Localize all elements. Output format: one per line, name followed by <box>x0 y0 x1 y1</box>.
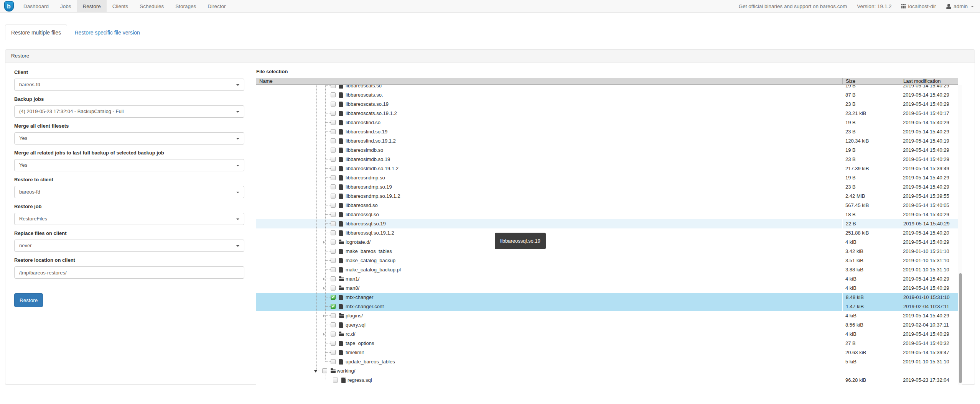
row-label[interactable]: libbareosfind.so.19.1.2 <box>346 136 396 146</box>
row-checkbox[interactable] <box>331 313 336 318</box>
row-checkbox[interactable] <box>331 322 336 327</box>
row-label[interactable]: man1/ <box>346 274 359 284</box>
tree-row[interactable]: libbareossd.so567.45 kiB2019-05-14 15:40… <box>256 201 958 210</box>
tree-row[interactable]: rc.d/4 kiB2019-05-14 15:40:29 <box>256 330 958 339</box>
tree-row[interactable]: update_bareos_tables5 kiB2019-01-10 15:3… <box>256 357 958 366</box>
row-checkbox[interactable] <box>331 221 336 226</box>
support-link[interactable]: Get official binaries and support on bar… <box>739 3 847 9</box>
row-checkbox[interactable] <box>331 129 336 134</box>
scrollbar-thumb[interactable] <box>959 273 962 383</box>
row-checkbox[interactable] <box>331 111 336 116</box>
row-label[interactable]: logrotate.d/ <box>346 238 371 247</box>
row-label[interactable]: make_catalog_backup.pl <box>346 265 401 274</box>
row-label[interactable]: libbareossd.so <box>346 201 378 210</box>
row-label[interactable]: make_bareos_tables <box>346 247 392 256</box>
restore-location-input[interactable] <box>14 266 244 279</box>
merge-jobs-select[interactable]: Yes <box>14 159 244 171</box>
row-label[interactable]: libbareoscats.so.19.1.2 <box>346 109 397 118</box>
row-checkbox[interactable] <box>331 286 336 291</box>
row-checkbox[interactable] <box>331 332 336 337</box>
expand-closed-icon[interactable] <box>323 241 325 244</box>
restore-job-select[interactable]: RestoreFiles <box>14 213 244 225</box>
row-label[interactable]: mtx-changer.conf <box>346 302 384 311</box>
nav-item-clients[interactable]: Clients <box>107 0 134 13</box>
row-label[interactable]: man8/ <box>346 284 359 293</box>
row-checkbox[interactable] <box>331 258 336 263</box>
tree-row[interactable]: ✔mtx-changer8.48 kiB2019-01-10 15:31:10 <box>256 293 958 302</box>
row-checkbox[interactable] <box>331 203 336 208</box>
column-header-size[interactable]: Size <box>842 78 900 84</box>
director-selector[interactable]: localhost-dir <box>901 3 936 9</box>
bareos-logo[interactable]: b <box>0 0 18 13</box>
tree-row[interactable]: libbareoscats.so.19.1.223.21 kiB2019-05-… <box>256 109 958 118</box>
row-label[interactable]: working/ <box>337 366 355 376</box>
row-label[interactable]: libbareossql.so.19.1.2 <box>346 228 394 238</box>
row-label[interactable]: rc.d/ <box>346 330 355 339</box>
row-checkbox[interactable] <box>331 350 336 355</box>
row-checkbox[interactable] <box>331 267 336 272</box>
nav-item-storages[interactable]: Storages <box>170 0 202 13</box>
row-label[interactable]: libbareoscats.so.19 <box>346 100 389 109</box>
row-label[interactable]: libbareoslmdb.so.19 <box>346 155 390 164</box>
row-checkbox[interactable] <box>331 184 336 189</box>
restore-button[interactable]: Restore <box>14 293 43 307</box>
tree-row[interactable]: libbareosndmp.so.19.1.22.42 MiB2019-05-1… <box>256 192 958 201</box>
tab-restore-multiple-files[interactable]: Restore multiple files <box>5 25 67 40</box>
tree-row[interactable]: man8/4 kiB2019-05-14 15:40:29 <box>256 284 958 293</box>
tree-row[interactable]: plugins/4 kiB2019-05-14 15:40:29 <box>256 311 958 320</box>
tree-row[interactable]: libbareosfind.so.1923 B2019-05-14 15:40:… <box>256 127 958 136</box>
row-label[interactable]: timelimit <box>346 348 364 357</box>
row-checkbox[interactable] <box>331 194 336 199</box>
scrollbar-track[interactable] <box>958 85 962 385</box>
row-label[interactable]: libbareosfind.so.19 <box>346 127 387 136</box>
column-header-last-modification[interactable]: Last modification <box>900 78 958 84</box>
row-checkbox[interactable] <box>333 378 338 383</box>
row-label[interactable]: libbareossql.so.19 <box>346 219 386 228</box>
row-label[interactable]: update_bareos_tables <box>346 357 395 366</box>
row-checkbox[interactable] <box>331 102 336 107</box>
tree-row[interactable]: libbareosfind.so19 B2019-05-14 15:40:29 <box>256 118 958 127</box>
expand-closed-icon[interactable] <box>323 314 325 317</box>
row-label[interactable]: libbareoscats.so <box>346 85 382 90</box>
row-checkbox[interactable] <box>331 138 336 143</box>
tree-row[interactable]: timelimit20.63 kiB2019-05-14 15:39:47 <box>256 348 958 357</box>
row-checkbox[interactable] <box>331 120 336 125</box>
row-checkbox[interactable] <box>331 166 336 171</box>
tree-row[interactable]: libbareossql.so18 B2019-05-14 15:40:29 <box>256 210 958 219</box>
row-checkbox[interactable] <box>331 212 336 217</box>
row-label[interactable]: libbareoscats.so. <box>346 90 383 100</box>
row-checkbox[interactable] <box>331 157 336 162</box>
merge-filesets-select[interactable]: Yes <box>14 132 244 145</box>
tree-row[interactable]: libbareoslmdb.so.1923 B2019-05-14 15:40:… <box>256 155 958 164</box>
tree-row[interactable]: libbareossql.so.1922 B2019-05-14 15:40:2… <box>256 219 958 228</box>
row-label[interactable]: query.sql <box>346 320 366 330</box>
row-checkbox[interactable]: ✔ <box>331 295 336 300</box>
tree-row[interactable]: logrotate.d/4 kiB2019-05-14 15:40:29 <box>256 238 958 247</box>
row-checkbox[interactable] <box>331 175 336 180</box>
row-label[interactable]: regress.sql <box>348 376 372 385</box>
row-label[interactable]: libbareoslmdb.so.19.1.2 <box>346 164 399 173</box>
tree-row[interactable]: ✔mtx-changer.conf1.47 kiB2019-02-04 10:3… <box>256 302 958 311</box>
column-header-name[interactable]: Name <box>256 78 842 84</box>
expand-closed-icon[interactable] <box>323 287 325 290</box>
row-checkbox[interactable] <box>331 341 336 346</box>
tree-row[interactable]: libbareossql.so.19.1.2251.88 kiB2019-05-… <box>256 228 958 238</box>
tree-row[interactable]: make_catalog_backup.pl3.88 kiB2019-01-10… <box>256 265 958 274</box>
tree-row[interactable]: libbareoscats.so.1923 B2019-05-14 15:40:… <box>256 100 958 109</box>
tree-row[interactable]: query.sql8.56 kiB2019-02-04 10:37:11 <box>256 320 958 330</box>
row-label[interactable]: libbareosndmp.so.19.1.2 <box>346 192 400 201</box>
row-checkbox[interactable]: ✔ <box>331 304 336 309</box>
row-label[interactable]: libbareosndmp.so <box>346 173 385 182</box>
tree-row[interactable]: tape_options27 B2019-05-14 15:40:32 <box>256 339 958 348</box>
tree-row[interactable]: make_bareos_tables3.42 kiB2019-01-10 15:… <box>256 247 958 256</box>
nav-item-dashboard[interactable]: Dashboard <box>18 0 54 13</box>
row-checkbox[interactable] <box>331 240 336 245</box>
tree-row[interactable]: libbareosndmp.so.1923 B2019-05-14 15:40:… <box>256 182 958 192</box>
tree-row[interactable]: libbareoscats.so.87 B2019-05-14 15:40:29 <box>256 90 958 100</box>
expand-closed-icon[interactable] <box>323 333 325 336</box>
tree-row[interactable]: working/ <box>256 366 958 376</box>
replace-files-select[interactable]: never <box>14 240 244 252</box>
row-label[interactable]: plugins/ <box>346 311 363 320</box>
backup-jobs-select[interactable]: (4) 2019-05-23 17:32:04 - BackupCatalog … <box>14 105 244 118</box>
tree-row[interactable]: man1/4 kiB2019-05-14 15:40:29 <box>256 274 958 284</box>
